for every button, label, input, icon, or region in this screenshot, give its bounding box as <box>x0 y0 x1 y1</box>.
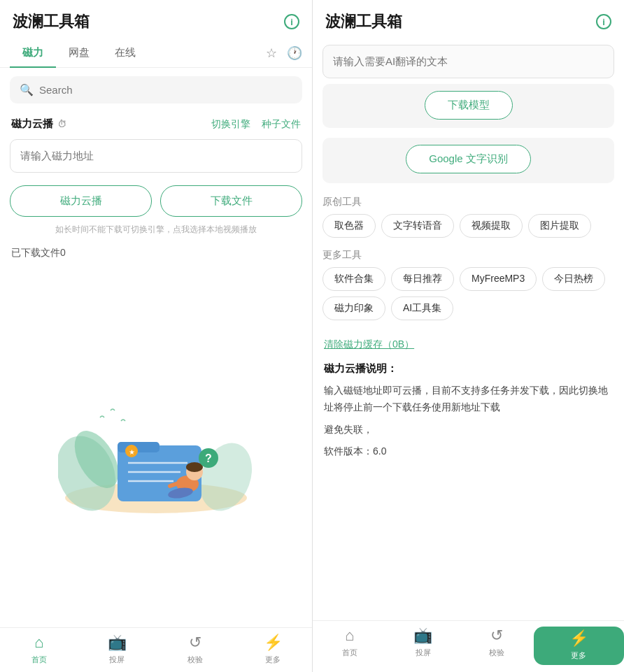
switch-engine-link[interactable]: 切换引擎 <box>211 118 250 131</box>
svg-text:★: ★ <box>129 448 135 456</box>
desc-text3: 软件版本：6.0 <box>324 443 613 460</box>
download-model-area: 下载模型 <box>322 84 614 128</box>
nav-label-home: 首页 <box>31 655 47 665</box>
chip-color-picker[interactable]: 取色器 <box>322 214 376 238</box>
chip-video-extract[interactable]: 视频提取 <box>460 214 523 238</box>
magnet-section-title: 磁力云播 ⏱ <box>11 117 66 131</box>
clear-cache-link[interactable]: 清除磁力缓存（0B） <box>313 331 624 358</box>
chip-myfreemp3[interactable]: MyFreeMP3 <box>460 267 537 291</box>
left-header: 波澜工具箱 i <box>0 0 312 39</box>
illustration: ★ ? <box>0 264 312 627</box>
left-info-icon[interactable]: i <box>284 14 299 29</box>
home-icon: ⌂ <box>34 634 43 652</box>
desc-text1: 输入磁链地址即可云播，目前不支持多任务并发下载，因此切换地址将停止前一个下载任务… <box>324 383 613 416</box>
chip-hot-today[interactable]: 今日热榜 <box>542 267 605 291</box>
chip-magnet-impression[interactable]: 磁力印象 <box>322 296 385 320</box>
right-header: 波澜工具箱 i <box>313 0 624 39</box>
tab-icon-group: ☆ 🕐 <box>266 45 302 61</box>
more-tools-section: 更多工具 软件合集 每日推荐 MyFreeMP3 今日热榜 磁力印象 AI工具集 <box>313 249 624 331</box>
chip-image-extract[interactable]: 图片提取 <box>528 214 591 238</box>
left-panel: 波澜工具箱 i 磁力 网盘 在线 ☆ 🕐 🔍 磁力云播 ⏱ 切换引擎 种子文件 … <box>0 0 312 672</box>
left-bottom-nav: ⌂ 首页 📺 投屏 ↺ 校验 ⚡ 更多 <box>0 627 312 672</box>
right-panel-content: 下载模型 Google 文字识别 原创工具 取色器 文字转语音 视频提取 图片提… <box>313 39 624 620</box>
right-panel: 波澜工具箱 i 下载模型 Google 文字识别 原创工具 取色器 文字转语音 … <box>312 0 624 672</box>
download-file-button[interactable]: 下载文件 <box>160 185 302 217</box>
download-model-button[interactable]: 下载模型 <box>425 91 513 120</box>
nav-label-cast: 投屏 <box>109 655 125 665</box>
search-icon: 🔍 <box>20 83 34 96</box>
description-section: 磁力云播说明： 输入磁链地址即可云播，目前不支持多任务并发下载，因此切换地址将停… <box>313 358 624 477</box>
left-title: 波澜工具箱 <box>13 11 90 32</box>
right-bottom-nav: ⌂ 首页 📺 投屏 ↺ 校验 ⚡ 更多 <box>313 620 624 672</box>
right-nav-item-cast[interactable]: 📺 投屏 <box>386 627 460 665</box>
history-icon[interactable]: 🕐 <box>287 45 302 61</box>
nav-item-cast[interactable]: 📺 投屏 <box>78 634 157 665</box>
tab-online[interactable]: 在线 <box>102 39 148 68</box>
nav-item-more[interactable]: ⚡ 更多 <box>234 634 313 665</box>
cast-icon: 📺 <box>108 634 127 652</box>
hint-text: 如长时间不能下载可切换引擎，点我选择本地视频播放 <box>0 221 312 243</box>
nav-label-verify: 校验 <box>187 655 203 665</box>
chip-text-to-speech[interactable]: 文字转语音 <box>381 214 454 238</box>
section-actions: 切换引擎 种子文件 <box>211 118 301 131</box>
magnet-input-wrap <box>10 139 302 173</box>
nav-item-home[interactable]: ⌂ 首页 <box>0 634 78 665</box>
tab-netdisk[interactable]: 网盘 <box>56 39 102 68</box>
svg-point-13 <box>186 462 203 472</box>
more-icon: ⚡ <box>264 634 283 652</box>
right-verify-icon: ↺ <box>490 627 503 645</box>
nav-item-verify[interactable]: ↺ 校验 <box>156 634 234 665</box>
tabs-row: 磁力 网盘 在线 ☆ 🕐 <box>0 39 312 68</box>
magnet-input[interactable] <box>20 150 292 162</box>
right-nav-label-more: 更多 <box>571 650 586 661</box>
chip-software-collection[interactable]: 软件合集 <box>322 267 385 291</box>
right-nav-label-verify: 校验 <box>489 648 504 658</box>
right-home-icon: ⌂ <box>345 627 354 645</box>
chip-ai-tools[interactable]: AI工具集 <box>391 296 453 320</box>
google-ocr-area: Google 文字识别 <box>322 138 614 183</box>
original-tools-chips: 取色器 文字转语音 视频提取 图片提取 <box>322 214 614 238</box>
right-title: 波澜工具箱 <box>325 11 402 32</box>
right-nav-item-more[interactable]: ⚡ 更多 <box>534 627 624 665</box>
desc-title: 磁力云播说明： <box>324 362 613 376</box>
more-tools-title: 更多工具 <box>322 249 614 262</box>
star-icon[interactable]: ☆ <box>266 45 277 61</box>
ai-translate-input-wrap <box>322 45 614 78</box>
tab-magnet[interactable]: 磁力 <box>10 39 56 68</box>
original-tools-title: 原创工具 <box>322 196 614 208</box>
magnet-section-header: 磁力云播 ⏱ 切换引擎 种子文件 <box>0 112 312 134</box>
right-nav-label-home: 首页 <box>342 648 357 658</box>
google-ocr-button[interactable]: Google 文字识别 <box>406 145 531 173</box>
right-more-icon: ⚡ <box>569 629 588 648</box>
nav-label-more: 更多 <box>265 655 281 665</box>
right-nav-item-verify[interactable]: ↺ 校验 <box>460 627 534 665</box>
verify-icon: ↺ <box>189 634 201 652</box>
stream-button[interactable]: 磁力云播 <box>10 185 152 217</box>
right-nav-item-home[interactable]: ⌂ 首页 <box>313 627 386 665</box>
chip-daily-recommend[interactable]: 每日推荐 <box>391 267 454 291</box>
search-bar: 🔍 <box>10 76 302 103</box>
illustration-svg: ★ ? <box>58 376 254 515</box>
clock-icon: ⏱ <box>57 119 66 129</box>
right-info-icon[interactable]: i <box>596 14 611 29</box>
action-buttons: 磁力云播 下载文件 <box>0 178 312 221</box>
ai-translate-input[interactable] <box>333 55 604 67</box>
downloaded-count: 已下载文件0 <box>0 243 312 264</box>
original-tools-section: 原创工具 取色器 文字转语音 视频提取 图片提取 <box>313 196 624 249</box>
right-cast-icon: 📺 <box>413 627 432 645</box>
svg-text:?: ? <box>205 452 212 464</box>
svg-rect-5 <box>118 442 159 452</box>
seed-file-link[interactable]: 种子文件 <box>262 118 301 131</box>
desc-text2: 避免失联， <box>324 422 613 438</box>
search-input[interactable] <box>39 84 292 96</box>
more-tools-chips: 软件合集 每日推荐 MyFreeMP3 今日热榜 磁力印象 AI工具集 <box>322 267 614 320</box>
right-nav-label-cast: 投屏 <box>416 648 431 658</box>
